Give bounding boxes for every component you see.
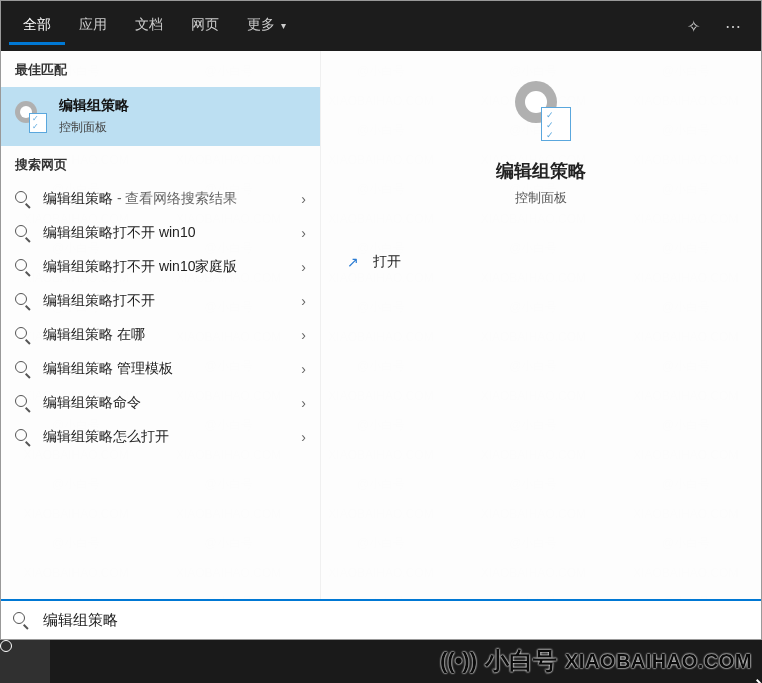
section-search-web: 搜索网页 (1, 146, 320, 182)
web-result-item[interactable]: 编辑组策略 - 查看网络搜索结果› (1, 182, 320, 216)
open-icon: ↗ (347, 254, 359, 270)
web-result-label: 编辑组策略打不开 win10家庭版 (43, 258, 237, 276)
search-bar (1, 599, 761, 639)
search-icon (15, 429, 31, 445)
web-result-item[interactable]: 编辑组策略打不开 win10家庭版› (1, 250, 320, 284)
taskbar (0, 640, 762, 683)
tab-docs[interactable]: 文档 (121, 8, 177, 45)
web-result-label: 编辑组策略 在哪 (43, 326, 145, 344)
section-best-match: 最佳匹配 (1, 51, 320, 87)
web-result-item[interactable]: 编辑组策略 在哪› (1, 318, 320, 352)
more-options-icon[interactable]: ⋯ (713, 17, 753, 36)
chevron-right-icon: › (301, 293, 306, 309)
scope-tabs: 全部 应用 文档 网页 更多 ▾ ✧ ⋯ (1, 1, 761, 51)
search-input[interactable] (43, 612, 749, 629)
search-icon (15, 259, 31, 275)
chevron-right-icon: › (301, 361, 306, 377)
search-results-panel: 全部 应用 文档 网页 更多 ▾ ✧ ⋯ 最佳匹配 编辑组策略 控制面板 搜索网… (0, 0, 762, 640)
search-icon (15, 361, 31, 377)
web-result-label: 编辑组策略 管理模板 (43, 360, 173, 378)
web-result-label: 编辑组策略怎么打开 (43, 428, 169, 446)
tab-apps[interactable]: 应用 (65, 8, 121, 45)
chevron-down-icon: ▾ (281, 20, 286, 31)
results-list: 最佳匹配 编辑组策略 控制面板 搜索网页 编辑组策略 - 查看网络搜索结果›编辑… (1, 51, 321, 599)
chevron-right-icon: › (301, 429, 306, 445)
web-result-item[interactable]: 编辑组策略怎么打开› (1, 420, 320, 454)
taskbar-search-button[interactable] (0, 640, 50, 683)
tab-more[interactable]: 更多 ▾ (233, 8, 300, 45)
chevron-right-icon: › (301, 395, 306, 411)
web-result-item[interactable]: 编辑组策略打不开› (1, 284, 320, 318)
search-icon (15, 293, 31, 309)
web-result-label: 编辑组策略打不开 (43, 292, 155, 310)
search-icon (15, 191, 31, 207)
chevron-right-icon: › (301, 259, 306, 275)
web-result-label: 编辑组策略 - 查看网络搜索结果 (43, 190, 237, 208)
preview-pane: 编辑组策略 控制面板 ↗ 打开 (321, 51, 761, 599)
best-match-subtitle: 控制面板 (59, 119, 129, 136)
best-match-title: 编辑组策略 (59, 97, 129, 115)
preview-subtitle: 控制面板 (515, 189, 567, 207)
open-label: 打开 (373, 253, 401, 271)
search-icon (15, 225, 31, 241)
chevron-right-icon: › (301, 327, 306, 343)
group-policy-icon (511, 81, 571, 141)
web-result-label: 编辑组策略命令 (43, 394, 141, 412)
web-result-item[interactable]: 编辑组策略 管理模板› (1, 352, 320, 386)
open-action[interactable]: ↗ 打开 (321, 241, 761, 283)
search-icon (15, 327, 31, 343)
tab-web[interactable]: 网页 (177, 8, 233, 45)
web-result-item[interactable]: 编辑组策略命令› (1, 386, 320, 420)
tab-more-label: 更多 (247, 16, 275, 32)
group-policy-icon (15, 101, 47, 133)
preview-title: 编辑组策略 (496, 159, 586, 183)
feedback-icon[interactable]: ✧ (673, 17, 713, 36)
best-match-item[interactable]: 编辑组策略 控制面板 (1, 87, 320, 146)
web-result-item[interactable]: 编辑组策略打不开 win10› (1, 216, 320, 250)
search-icon (15, 395, 31, 411)
search-icon (13, 612, 29, 628)
chevron-right-icon: › (301, 225, 306, 241)
tab-all[interactable]: 全部 (9, 8, 65, 45)
chevron-right-icon: › (301, 191, 306, 207)
web-result-label: 编辑组策略打不开 win10 (43, 224, 195, 242)
